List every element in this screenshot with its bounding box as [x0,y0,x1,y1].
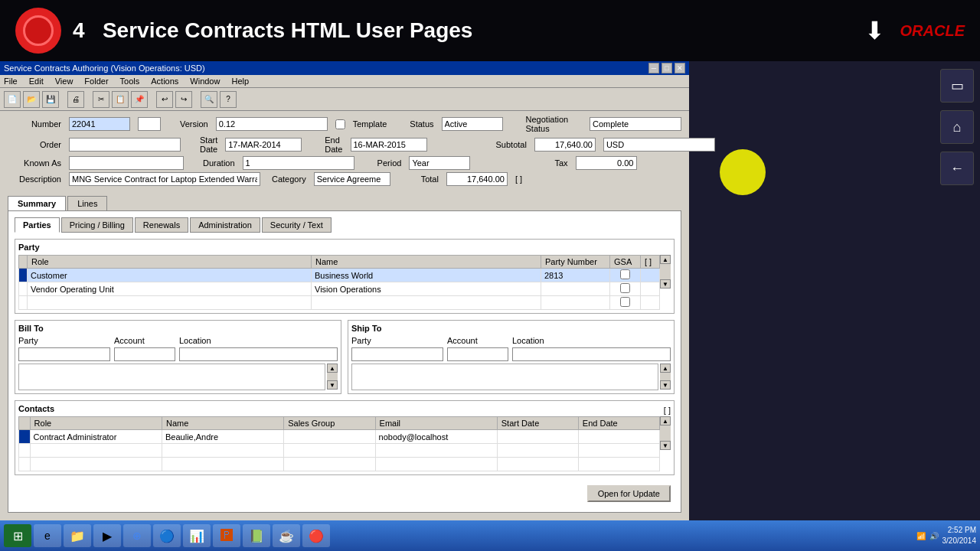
contacts-scroll-down[interactable]: ▼ [660,441,671,450]
number-extra[interactable] [138,117,161,131]
menu-folder[interactable]: Folder [84,77,108,86]
minimize-button[interactable]: ─ [648,63,659,73]
ship-scroll-down[interactable]: ▼ [660,380,671,390]
bill-to-scrollbar[interactable]: ▲ ▼ [327,364,338,390]
category-input[interactable] [314,172,390,186]
tb-new[interactable]: 📄 [4,91,21,108]
ship-party-input[interactable] [351,347,443,361]
maximize-button[interactable]: □ [662,63,672,73]
order-input[interactable] [69,138,181,152]
taskbar-chrome[interactable]: ⊕ [123,524,151,547]
tab-renewals[interactable]: Renewals [135,217,188,233]
download-icon[interactable]: ⬇ [864,16,885,45]
taskbar-app10[interactable]: 🔴 [302,524,330,547]
tax-label: Tax [554,158,567,168]
tax-input[interactable] [576,156,637,170]
taskbar-media[interactable]: ▶ [93,524,121,547]
ship-to-scrollbar[interactable]: ▲ ▼ [660,364,671,390]
taskbar-java[interactable]: ☕ [273,524,300,547]
currency-input[interactable] [603,138,715,152]
description-input[interactable] [69,172,260,186]
open-for-update-button[interactable]: Open for Update [587,485,671,502]
taskbar-app6[interactable]: 📊 [183,524,211,547]
party-row1-gsa[interactable] [610,269,641,282]
menu-view[interactable]: View [55,77,74,86]
tab-pricing-billing[interactable]: Pricing / Billing [61,217,133,233]
party-row3-gsa[interactable] [610,296,641,310]
subtotal-input[interactable] [534,138,596,152]
sidebar-btn-2[interactable]: ⌂ [940,110,974,144]
contacts-row-1[interactable]: Contract Administrator Beaulie,Andre nob… [19,430,660,444]
tb-paste[interactable]: 📌 [131,91,148,108]
contacts-row3-sales [284,458,375,471]
taskbar-powerpoint[interactable]: 🅿 [213,524,240,547]
sidebar-btn-3[interactable]: ← [940,152,974,185]
known-as-input[interactable] [69,156,184,170]
tb-save[interactable]: 💾 [42,91,59,108]
bill-scroll-up[interactable]: ▲ [327,364,338,373]
tb-open[interactable]: 📂 [23,91,40,108]
category-label: Category [272,174,306,184]
ship-location-input[interactable] [512,347,671,361]
tab-security-text[interactable]: Security / Text [262,217,332,233]
party-scrollbar[interactable]: ▲ ▼ [660,255,671,289]
taskbar-app5[interactable]: 🔵 [153,524,181,547]
party-row-3[interactable] [19,296,660,310]
bill-to-textarea[interactable] [18,364,325,390]
party-scroll-up[interactable]: ▲ [660,255,671,264]
start-date-input[interactable] [225,138,302,152]
end-date-input[interactable] [351,138,427,152]
title-overlay: 4 Service Contracts HTML User Pages ⬇ OR… [0,0,980,61]
party-row-2[interactable]: Vendor Operating Unit Vision Operations [19,282,660,296]
ship-scroll-up[interactable]: ▲ [660,364,671,373]
party-scroll-down[interactable]: ▼ [660,279,671,289]
contacts-scroll-up[interactable]: ▲ [660,416,671,425]
negotiation-status-input[interactable] [590,117,681,131]
bill-account-label: Account [114,336,175,345]
start-button[interactable]: ⊞ [4,524,31,547]
tab-administration[interactable]: Administration [190,217,260,233]
ship-to-textarea[interactable] [351,364,658,390]
tb-redo[interactable]: ↪ [175,91,192,108]
menu-tools[interactable]: Tools [120,77,140,86]
party-row2-gsa[interactable] [610,282,641,296]
tb-help[interactable]: ? [220,91,237,108]
tb-cut[interactable]: ✂ [93,91,109,108]
bill-party-input[interactable] [18,347,110,361]
tb-undo[interactable]: ↩ [156,91,173,108]
taskbar-ie[interactable]: e [34,524,61,547]
menu-help[interactable]: Help [231,77,249,86]
menu-file[interactable]: File [4,77,18,86]
taskbar-explorer[interactable]: 📁 [64,524,91,547]
tab-lines[interactable]: Lines [67,196,107,210]
bill-to-title: Bill To [18,324,338,333]
ship-account-label: Account [447,336,508,345]
tab-summary[interactable]: Summary [8,196,66,210]
ship-account-input[interactable] [447,347,508,361]
total-input[interactable] [446,172,508,186]
taskbar-excel[interactable]: 📗 [243,524,270,547]
bill-location-input[interactable] [179,347,338,361]
menu-window[interactable]: Window [190,77,220,86]
form-row-3: Known As Duration Period Tax [8,156,681,170]
duration-input[interactable] [243,156,354,170]
period-input[interactable] [409,156,470,170]
tb-copy[interactable]: 📋 [112,91,129,108]
tb-search[interactable]: 🔍 [201,91,217,108]
template-checkbox[interactable] [335,119,345,129]
tab-parties[interactable]: Parties [15,217,60,233]
contacts-row-2[interactable] [19,444,660,458]
contacts-row-3[interactable] [19,458,660,471]
tb-print[interactable]: 🖨 [67,91,84,108]
sidebar-btn-1[interactable]: ▭ [940,69,974,103]
menu-actions[interactable]: Actions [151,77,178,86]
bill-account-input[interactable] [114,347,175,361]
version-input[interactable] [216,117,328,131]
status-input[interactable] [442,117,503,131]
menu-edit[interactable]: Edit [29,77,44,86]
number-input[interactable] [69,117,130,131]
party-row-1[interactable]: Customer Business World 2813 [19,269,660,282]
bill-scroll-down[interactable]: ▼ [327,380,338,390]
close-button[interactable]: ✕ [675,63,685,73]
contacts-scrollbar[interactable]: ▲ ▼ [660,416,671,450]
